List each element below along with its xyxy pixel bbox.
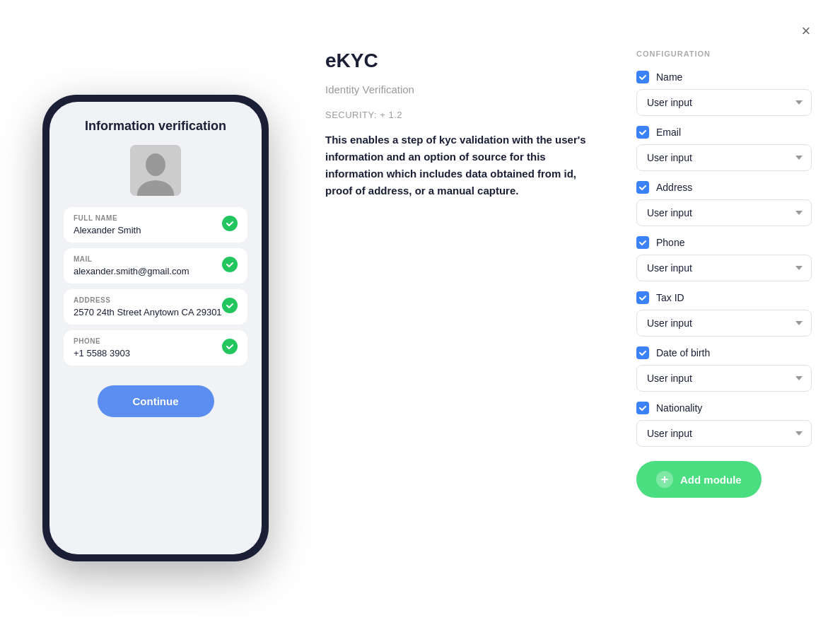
- info-card-content: ADDRESS 2570 24th Street Anytown CA 2930…: [74, 296, 222, 317]
- check-icon: [222, 216, 238, 231]
- field-label-dob: Date of birth: [656, 347, 710, 358]
- field-label-phone: Phone: [656, 237, 684, 248]
- config-checkbox-row-email: Email: [636, 126, 812, 139]
- info-card-content: MAIL alexander.smith@gmail.com: [74, 255, 189, 276]
- svg-point-1: [146, 153, 165, 176]
- checkbox-address[interactable]: [636, 181, 649, 194]
- info-label: ADDRESS: [74, 296, 222, 304]
- plus-icon: +: [656, 471, 673, 488]
- checkbox-dob[interactable]: [636, 346, 649, 359]
- phone-inner: Information verification FULL NAME Alexa…: [49, 102, 262, 554]
- select-email[interactable]: User inputID scanManual capture: [636, 144, 812, 171]
- phone-frame: Information verification FULL NAME Alexa…: [42, 95, 269, 561]
- config-item-dob: Date of birth User inputID scanManual ca…: [636, 346, 812, 392]
- config-checkbox-row-name: Name: [636, 71, 812, 83]
- add-module-label: Add module: [680, 474, 742, 486]
- close-button[interactable]: ×: [795, 20, 817, 42]
- avatar: [130, 145, 181, 196]
- add-module-button[interactable]: + Add module: [636, 461, 762, 498]
- select-name[interactable]: User inputID scanManual capture: [636, 89, 812, 116]
- field-label-taxid: Tax ID: [656, 292, 684, 303]
- info-card-mail: MAIL alexander.smith@gmail.com: [64, 248, 247, 284]
- info-card-address: ADDRESS 2570 24th Street Anytown CA 2930…: [64, 289, 247, 325]
- info-label: PHONE: [74, 337, 130, 345]
- info-card-full-name: FULL NAME Alexander Smith: [64, 207, 247, 243]
- select-phone[interactable]: User inputID scanManual capture: [636, 255, 812, 281]
- config-item-phone: Phone User inputID scanManual capture: [636, 236, 812, 281]
- info-label: FULL NAME: [74, 214, 141, 222]
- config-section: CONFIGURATION Name User inputID scanManu…: [636, 42, 812, 614]
- phone-section: Information verification FULL NAME Alexa…: [28, 42, 283, 614]
- description-section: eKYC Identity Verification SECURITY: + 1…: [325, 42, 594, 614]
- phone-title: Information verification: [85, 119, 226, 134]
- select-taxid[interactable]: User inputID scanManual capture: [636, 310, 812, 337]
- info-value: +1 5588 3903: [74, 348, 130, 358]
- info-value: Alexander Smith: [74, 225, 141, 235]
- continue-button[interactable]: Continue: [98, 385, 214, 417]
- checkbox-taxid[interactable]: [636, 291, 649, 304]
- check-icon: [222, 298, 238, 313]
- checkbox-phone[interactable]: [636, 236, 649, 249]
- ekyc-description: This enables a step of kyc validation wi…: [325, 132, 594, 199]
- config-checkbox-row-address: Address: [636, 181, 812, 194]
- config-item-nationality: Nationality User inputID scanManual capt…: [636, 402, 812, 447]
- config-checkbox-row-dob: Date of birth: [636, 346, 812, 359]
- config-item-name: Name User inputID scanManual capture: [636, 71, 812, 116]
- field-label-name: Name: [656, 71, 682, 83]
- checkbox-nationality[interactable]: [636, 402, 649, 414]
- check-icon: [222, 257, 238, 272]
- checkbox-email[interactable]: [636, 126, 649, 139]
- checkbox-name[interactable]: [636, 71, 649, 83]
- config-checkbox-row-phone: Phone: [636, 236, 812, 249]
- info-value: 2570 24th Street Anytown CA 29301: [74, 307, 222, 317]
- select-dob[interactable]: User inputID scanManual capture: [636, 365, 812, 392]
- info-value: alexander.smith@gmail.com: [74, 266, 189, 276]
- field-label-address: Address: [656, 182, 692, 193]
- select-nationality[interactable]: User inputID scanManual capture: [636, 420, 812, 447]
- ekyc-subtitle: Identity Verification: [325, 83, 594, 95]
- field-label-nationality: Nationality: [656, 402, 702, 414]
- config-item-taxid: Tax ID User inputID scanManual capture: [636, 291, 812, 337]
- config-checkbox-row-nationality: Nationality: [636, 402, 812, 414]
- select-address[interactable]: User inputID scanManual capture: [636, 199, 812, 226]
- config-checkbox-row-taxid: Tax ID: [636, 291, 812, 304]
- config-item-address: Address User inputID scanManual capture: [636, 181, 812, 226]
- field-label-email: Email: [656, 127, 681, 138]
- config-item-email: Email User inputID scanManual capture: [636, 126, 812, 171]
- info-card-phone: PHONE +1 5588 3903: [64, 330, 247, 366]
- config-section-title: CONFIGURATION: [636, 49, 812, 58]
- ekyc-security: SECURITY: + 1.2: [325, 110, 594, 120]
- check-icon: [222, 339, 238, 354]
- info-label: MAIL: [74, 255, 189, 263]
- info-card-content: FULL NAME Alexander Smith: [74, 214, 141, 235]
- info-card-content: PHONE +1 5588 3903: [74, 337, 130, 358]
- ekyc-title: eKYC: [325, 49, 594, 72]
- main-layout: Information verification FULL NAME Alexa…: [0, 0, 840, 642]
